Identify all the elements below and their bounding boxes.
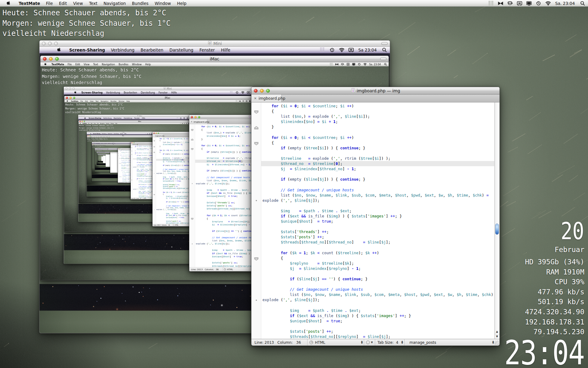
window-title-bar[interactable]: iMac	[64, 96, 270, 100]
tab-close-icon[interactable]: ×	[153, 135, 154, 136]
menu-app-name[interactable]: TextMate	[17, 1, 43, 6]
menu-app-name[interactable]: TextMate	[50, 63, 66, 66]
menu-item-bearbeiten[interactable]: Bearbeiten	[104, 143, 107, 144]
menu-app-name[interactable]: TextMate	[70, 100, 79, 102]
menu-clock[interactable]: Sa. 23:04	[369, 63, 381, 66]
tab-imgboard[interactable]: ×imgboard.php	[131, 144, 137, 145]
menu-item-darstellung[interactable]: Darstellung	[123, 117, 133, 119]
fold-close-icon[interactable]	[153, 146, 155, 147]
toolbar-capsule-button[interactable]	[380, 58, 386, 60]
menu-clock[interactable]: Sa. 23:04	[555, 1, 575, 6]
window-title-bar[interactable]: eimgboard.php — img	[251, 87, 499, 94]
menu-item-edit[interactable]: Edit	[90, 123, 93, 124]
menu-item-hilfe[interactable]: Hilfe	[218, 48, 233, 52]
fold-close-icon[interactable]	[254, 125, 258, 128]
menu-item-help[interactable]: Help	[125, 100, 131, 102]
apple-menu[interactable]	[94, 143, 95, 144]
menu-app-name[interactable]: Screen-Sharing	[92, 133, 101, 134]
fold-open-icon[interactable]	[131, 179, 132, 180]
fold-close-icon[interactable]	[191, 138, 194, 140]
menu-item-hilfe[interactable]: Hilfe	[108, 149, 109, 149]
menu-app-name[interactable]: Screen-Sharing	[88, 117, 102, 119]
apple-menu[interactable]	[92, 145, 93, 145]
menu-item-darstellung[interactable]: Darstellung	[166, 48, 196, 52]
fold-open-icon[interactable]	[254, 256, 258, 260]
menu-item-window[interactable]: Window	[110, 123, 115, 124]
menu-item-bearbeiten[interactable]: Bearbeiten	[102, 149, 104, 149]
language-select[interactable]: HTML	[226, 268, 235, 270]
toolbar-capsule-button[interactable]	[381, 42, 388, 45]
window-title-bar[interactable]: @Mini	[78, 115, 201, 117]
menu-item-help[interactable]: Help	[102, 150, 103, 150]
menu-item-edit[interactable]: Edit	[84, 100, 89, 102]
window-title-bar[interactable]: iMac	[78, 120, 201, 123]
menu-item-verbindung[interactable]: Verbindung	[101, 133, 107, 134]
apple-menu[interactable]	[90, 133, 92, 134]
menu-item-bundles[interactable]: Bundles	[117, 63, 130, 66]
scroll-up-arrow[interactable]: ▲	[495, 329, 499, 334]
menu-app-name[interactable]: Screen-Sharing	[80, 91, 104, 94]
fold-close-icon[interactable]	[118, 153, 119, 154]
menu-item-text[interactable]: Text	[96, 123, 100, 124]
menu-item-view[interactable]: View	[93, 123, 96, 124]
menu-item-file[interactable]: File	[88, 123, 90, 124]
menu-item-navigation[interactable]: Navigation	[100, 100, 110, 102]
apple-menu[interactable]	[96, 149, 96, 149]
language-stepper[interactable]: ▲▼	[360, 341, 364, 344]
fold-open-icon[interactable]	[254, 141, 258, 144]
apple-menu[interactable]	[79, 123, 81, 124]
menu-item-darstellung[interactable]: Darstellung	[139, 91, 157, 94]
menu-item-navigation[interactable]: Navigation	[100, 1, 129, 6]
resize-grip[interactable]	[495, 341, 499, 345]
menu-item-darstellung[interactable]: Darstellung	[107, 143, 111, 144]
menu-item-darstellung[interactable]: Darstellung	[113, 133, 119, 134]
menu-item-text[interactable]: Text	[95, 100, 100, 102]
menu-item-edit[interactable]: Edit	[74, 63, 82, 66]
apple-menu[interactable]	[55, 48, 64, 52]
menu-app-name[interactable]: Screen-Sharing	[97, 149, 100, 149]
fold-open-icon[interactable]	[118, 151, 119, 152]
code-area[interactable]: for ($i = 0; $i < $countline; $i ++) { l…	[261, 102, 494, 339]
menu-item-bundles[interactable]: Bundles	[110, 100, 118, 102]
menu-app-name[interactable]: TextMate	[89, 136, 92, 137]
fold-open-icon[interactable]	[153, 194, 155, 195]
menu-item-verbindung[interactable]: Verbindung	[102, 117, 113, 119]
menu-app-name[interactable]: Screen-Sharing	[67, 48, 108, 52]
tab-imgboard[interactable]: ×imgboard.php	[153, 135, 163, 137]
window-title-bar[interactable]: @Mini	[40, 40, 390, 47]
menu-item-edit[interactable]: Edit	[56, 1, 70, 6]
menu-item-bearbeiten[interactable]: Bearbeiten	[138, 48, 166, 52]
fold-open-icon[interactable]	[254, 109, 258, 113]
scrollbar-thumb[interactable]	[495, 224, 499, 235]
language-select[interactable]: HTML	[174, 224, 179, 226]
fold-open-icon[interactable]	[191, 217, 194, 219]
textmate-window[interactable]: eimgboard.php — img×imgboard.php for ($i…	[251, 87, 500, 346]
language-select[interactable]: HTML	[144, 198, 147, 199]
menu-item-view[interactable]: View	[70, 1, 86, 6]
menu-item-verbindung[interactable]: Verbindung	[108, 48, 138, 52]
menu-item-fenster[interactable]: Fenster	[157, 91, 170, 94]
language-select[interactable]: HTML	[126, 182, 127, 183]
menu-item-file[interactable]: File	[43, 1, 56, 6]
menu-item-bundles[interactable]: Bundles	[129, 1, 152, 6]
menu-item-text[interactable]: Text	[91, 63, 100, 66]
menu-item-file[interactable]: File	[79, 100, 84, 102]
menu-item-fenster[interactable]: Fenster	[196, 48, 218, 52]
menu-item-bearbeiten[interactable]: Bearbeiten	[113, 117, 123, 119]
menu-item-bearbeiten[interactable]: Bearbeiten	[122, 91, 139, 94]
menu-item-bundles[interactable]: Bundles	[103, 136, 106, 137]
menu-item-fenster[interactable]: Fenster	[119, 133, 124, 134]
menu-item-navigation[interactable]: Navigation	[99, 136, 103, 137]
menu-item-window[interactable]: Window	[152, 1, 174, 6]
menu-item-navigation[interactable]: Navigation	[100, 123, 105, 124]
menu-item-view[interactable]: View	[82, 63, 91, 66]
menu-item-help[interactable]: Help	[108, 136, 110, 137]
tab-size[interactable]: Tab Size: 4	[375, 340, 401, 345]
fold-open-icon[interactable]	[118, 155, 119, 156]
fold-open-icon[interactable]	[131, 147, 132, 148]
tab-close-icon[interactable]: ×	[191, 121, 192, 123]
menu-item-verbindung[interactable]: Verbindung	[100, 143, 104, 144]
menu-item-bundles[interactable]: Bundles	[105, 123, 110, 124]
menu-item-darstellung[interactable]: Darstellung	[104, 149, 106, 149]
menu-item-navigation[interactable]: Navigation	[99, 145, 101, 145]
